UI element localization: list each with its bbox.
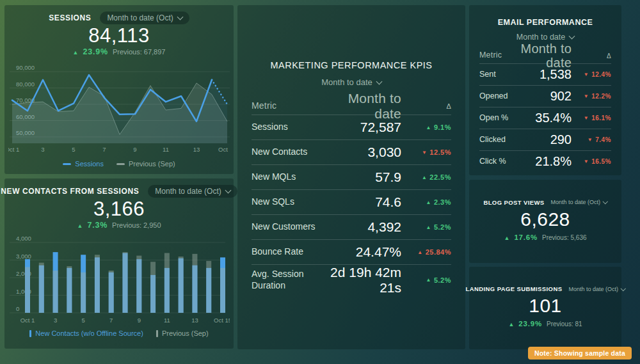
delta-value: 16.1% [591,115,611,122]
delta-value: 7.4% [595,136,611,143]
sessions-daterange-dropdown[interactable]: Month to date (Oct) [100,12,189,24]
svg-text:Oct 1: Oct 1 [20,317,35,324]
metric-name: Clicked [479,135,519,145]
legend-label: Previous (Sep) [162,329,209,337]
blog-daterange-dropdown[interactable]: Month to date (Oct) [551,199,607,205]
table-row: New Customers 4,392 ▲5.2% [252,215,451,240]
delta-value: 16.5% [591,158,611,165]
landing-delta: 23.9% [518,320,542,328]
chevron-down-icon [177,14,183,20]
landing-daterange-dropdown[interactable]: Month to date (Oct) [568,286,625,292]
landing-previous: Previous: 81 [547,320,582,328]
marketing-kpis-daterange-label: Month to date [321,77,372,87]
sessions-value: 84,113 [8,25,230,47]
delta-value: 25.84% [426,248,451,256]
legend-item-previous[interactable]: Previous (Sep) [116,160,175,168]
landing-page-submissions-panel[interactable]: LANDING PAGE SUBMISSIONS Month to date (… [469,267,621,349]
table-row: Sessions 72,587 ▲9.1% [252,115,451,140]
delta-arrow-icon: ▼ [584,72,589,77]
metric-value: 3,030 [323,145,409,160]
delta-up-icon: ▲ [73,49,79,56]
metric-value: 24.47% [323,244,409,260]
marketing-kpis-panel[interactable]: MARKETING PERFORMANCE KPIS Month to date… [237,5,465,349]
metric-name: Opened [479,91,519,102]
table-row: New MQLs 57.9 ▲22.5% [252,165,451,190]
svg-text:9: 9 [138,317,141,324]
delta-value: 5.2% [434,276,451,284]
email-performance-panel[interactable]: EMAIL PERFORMANCE Month to date Metric M… [469,5,621,175]
sessions-line-chart: 90,00080,00070,00060,00050,000Oct 135791… [8,61,230,156]
svg-text:13: 13 [193,146,200,153]
table-row: Bounce Rate 24.47% ▲25.84% [252,240,451,265]
table-row: Opened 902 ▼12.2% [479,86,611,107]
delta-arrow-icon: ▼ [584,115,589,121]
new-contacts-panel[interactable]: NEW CONTACTS FROM SESSIONS Month to date… [4,178,234,349]
delta-arrow-icon: ▼ [588,137,593,143]
metric-name: New MQLs [252,171,323,183]
svg-text:11: 11 [164,317,170,324]
legend-item-new-contacts[interactable]: New Contacts (w/o Offline Source) [29,329,143,337]
table-row: New Contacts 3,030 ▼12.5% [252,140,451,165]
metric-delta: ▲5.2% [409,223,451,231]
blog-post-views-panel[interactable]: BLOG POST VIEWS Month to date (Oct) 6,62… [469,180,621,263]
metric-delta: ▲22.5% [409,173,451,181]
metric-delta: ▼12.2% [578,93,611,100]
table-row: Avg. Session Duration 2d 19h 42m 21s ▲5.… [252,265,451,295]
new-contacts-daterange-dropdown[interactable]: Month to date (Oct) [148,185,237,198]
table-row: New SQLs 74.6 ▲2.3% [252,190,451,215]
delta-value: 22.5% [429,173,451,181]
legend-label: Sessions [75,160,104,168]
email-daterange-label: Month to date [516,33,565,42]
table-row: Open % 35.4% ▼16.1% [479,107,611,129]
delta-arrow-icon: ▲ [417,249,422,255]
svg-text:3,000: 3,000 [16,253,31,260]
bar-swatch-icon [156,330,158,337]
marketing-kpis-daterange-dropdown[interactable]: Month to date [252,77,451,87]
delta-up-icon: ▲ [508,321,514,328]
blog-delta: 17.6% [514,233,538,241]
email-performance-title: EMAIL PERFORMANCE [479,18,611,27]
svg-text:90,000: 90,000 [16,64,35,71]
metric-name: Click % [479,157,519,167]
legend-item-sessions[interactable]: Sessions [63,160,104,168]
blog-post-views-header: BLOG POST VIEWS Month to date (Oct) [483,199,607,206]
metric-name: Avg. Session Duration [252,269,323,291]
chevron-down-icon [621,286,626,291]
delta-value: 2.3% [434,198,451,206]
new-contacts-header: NEW CONTACTS FROM SESSIONS Month to date… [8,184,230,198]
line-swatch-icon [63,163,71,165]
metric-delta: ▼7.4% [578,136,611,143]
sessions-delta: 23.9% [83,47,108,56]
new-contacts-value: 3,166 [8,198,230,220]
metric-name: New SQLs [252,196,323,208]
sessions-panel[interactable]: SESSIONS Month to date (Oct) 84,113 ▲ 23… [4,5,234,174]
svg-text:4,000: 4,000 [16,235,31,242]
column-metric: Metric [252,100,323,112]
svg-text:0: 0 [16,305,19,312]
legend-label: Previous (Sep) [129,160,175,168]
metric-name: Bounce Rate [252,246,323,258]
table-row: Clicked 290 ▼7.4% [479,129,611,151]
metric-delta: ▲9.1% [409,123,451,131]
sessions-legend: Sessions Previous (Sep) [8,159,230,169]
metric-value: 1,538 [519,67,578,81]
svg-text:9: 9 [133,146,136,153]
kpi-table-body: Sessions 72,587 ▲9.1% New Contacts 3,030… [252,115,451,295]
metric-value: 74.6 [323,194,409,210]
email-daterange-dropdown[interactable]: Month to date [479,33,611,42]
delta-arrow-icon: ▲ [426,225,431,230]
chevron-down-icon [603,199,608,204]
delta-value: 9.1% [434,123,451,131]
metric-delta: ▼12.4% [578,71,611,78]
delta-arrow-icon: ▼ [584,159,589,164]
svg-text:11: 11 [163,146,169,153]
metric-value: 57.9 [323,170,409,185]
landing-page-value: 101 [529,296,562,316]
metric-value: 290 [519,132,578,146]
delta-value: 5.2% [434,223,451,231]
chevron-down-icon [569,33,575,40]
landing-page-header: LANDING PAGE SUBMISSIONS Month to date (… [466,285,625,292]
legend-item-previous[interactable]: Previous (Sep) [156,329,209,337]
metric-value: 4,392 [323,219,409,235]
dashboard: SESSIONS Month to date (Oct) 84,113 ▲ 23… [0,0,640,364]
